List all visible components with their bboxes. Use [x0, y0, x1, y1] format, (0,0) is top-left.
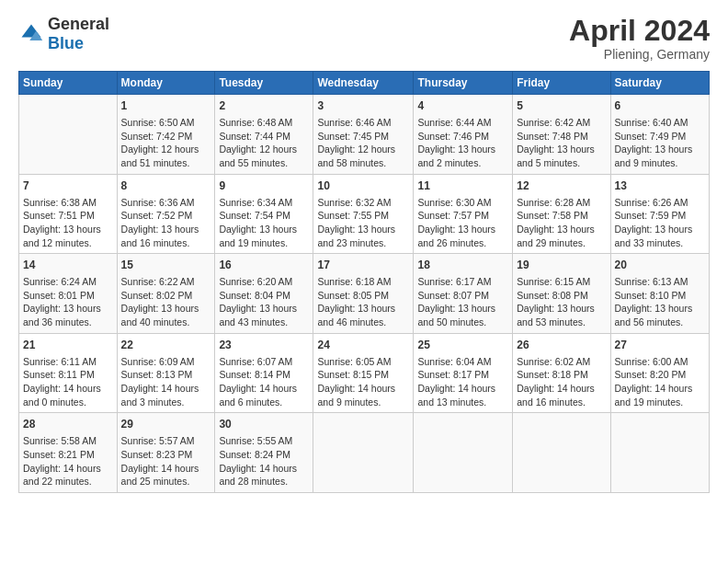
day-info-line: Daylight: 13 hours: [417, 143, 508, 156]
day-info-line: and 43 minutes.: [219, 316, 309, 329]
day-number: 10: [317, 178, 409, 194]
day-info-line: Sunset: 7:55 PM: [317, 209, 409, 223]
day-info-line: Daylight: 13 hours: [23, 302, 113, 316]
day-info-line: Daylight: 13 hours: [121, 302, 211, 316]
day-info-line: Daylight: 14 hours: [23, 462, 113, 476]
day-info-line: Sunrise: 6:38 AM: [23, 196, 113, 210]
day-info-line: and 28 minutes.: [219, 475, 309, 488]
calendar-cell: 9Sunrise: 6:34 AMSunset: 7:54 PMDaylight…: [215, 174, 313, 254]
calendar-cell: 6Sunrise: 6:40 AMSunset: 7:49 PMDaylight…: [610, 95, 709, 175]
day-info-line: Sunrise: 5:57 AM: [121, 434, 211, 448]
day-info-line: Sunset: 8:14 PM: [219, 368, 309, 382]
calendar-cell: 10Sunrise: 6:32 AMSunset: 7:55 PMDayligh…: [313, 174, 414, 254]
calendar-cell: 28Sunrise: 5:58 AMSunset: 8:21 PMDayligh…: [19, 413, 118, 493]
day-info-line: and 25 minutes.: [121, 475, 211, 488]
day-info-line: Sunrise: 6:18 AM: [317, 275, 409, 289]
calendar-cell: 22Sunrise: 6:09 AMSunset: 8:13 PMDayligh…: [117, 333, 215, 413]
calendar-cell: 19Sunrise: 6:15 AMSunset: 8:08 PMDayligh…: [513, 254, 610, 334]
day-info-line: Sunrise: 6:09 AM: [121, 355, 211, 369]
day-info-line: Sunset: 8:01 PM: [23, 289, 113, 303]
calendar-cell: 26Sunrise: 6:02 AMSunset: 8:18 PMDayligh…: [513, 333, 610, 413]
day-number: 30: [219, 417, 309, 432]
day-info-line: Sunset: 8:24 PM: [219, 448, 309, 462]
calendar-cell: [513, 413, 610, 493]
day-info-line: Daylight: 13 hours: [517, 143, 606, 156]
day-info-line: and 9 minutes.: [615, 156, 705, 170]
day-number: 28: [23, 417, 113, 432]
day-info-line: and 12 minutes.: [23, 236, 113, 250]
day-info-line: Sunset: 8:08 PM: [517, 289, 606, 303]
day-info-line: Daylight: 13 hours: [23, 223, 113, 236]
day-info-line: and 0 minutes.: [23, 396, 113, 409]
day-number: 21: [23, 338, 113, 353]
day-info-line: Sunset: 8:17 PM: [417, 368, 508, 382]
day-info-line: Sunrise: 6:40 AM: [615, 116, 705, 130]
page: General Blue April 2024 Pliening, German…: [0, 0, 728, 502]
day-number: 14: [23, 258, 113, 273]
calendar-week-2: 7Sunrise: 6:38 AMSunset: 7:51 PMDaylight…: [19, 174, 710, 254]
calendar-cell: 3Sunrise: 6:46 AMSunset: 7:45 PMDaylight…: [313, 95, 414, 175]
day-info-line: and 56 minutes.: [615, 316, 705, 329]
day-info-line: Sunset: 8:15 PM: [317, 368, 409, 382]
day-info-line: Sunrise: 6:46 AM: [317, 116, 409, 130]
day-number: 26: [517, 338, 606, 353]
day-info-line: and 50 minutes.: [417, 316, 508, 329]
calendar-cell: 27Sunrise: 6:00 AMSunset: 8:20 PMDayligh…: [610, 333, 709, 413]
calendar-week-3: 14Sunrise: 6:24 AMSunset: 8:01 PMDayligh…: [19, 254, 710, 334]
day-info-line: Daylight: 14 hours: [219, 382, 309, 396]
day-number: 12: [517, 178, 606, 194]
day-info-line: Daylight: 14 hours: [317, 382, 409, 396]
day-info-line: and 5 minutes.: [517, 156, 606, 170]
day-info-line: and 13 minutes.: [417, 396, 508, 409]
day-info-line: Sunrise: 6:07 AM: [219, 355, 309, 369]
day-header-wednesday: Wednesday: [313, 72, 414, 95]
day-info-line: Sunset: 8:07 PM: [417, 289, 508, 303]
day-info-line: Daylight: 12 hours: [317, 143, 409, 156]
day-info-line: Sunset: 8:11 PM: [23, 368, 113, 382]
day-info-line: Daylight: 13 hours: [517, 302, 606, 316]
day-info-line: Sunset: 7:49 PM: [615, 130, 705, 144]
calendar-week-1: 1Sunrise: 6:50 AMSunset: 7:42 PMDaylight…: [19, 95, 710, 175]
calendar-week-5: 28Sunrise: 5:58 AMSunset: 8:21 PMDayligh…: [19, 413, 710, 493]
day-number: 7: [23, 178, 113, 194]
calendar-cell: 13Sunrise: 6:26 AMSunset: 7:59 PMDayligh…: [610, 174, 709, 254]
calendar-cell: 1Sunrise: 6:50 AMSunset: 7:42 PMDaylight…: [117, 95, 215, 175]
day-header-monday: Monday: [117, 72, 215, 95]
day-info-line: Sunrise: 6:24 AM: [23, 275, 113, 289]
day-number: 29: [121, 417, 211, 432]
day-info-line: Sunrise: 6:28 AM: [517, 196, 606, 210]
day-info-line: Sunset: 8:13 PM: [121, 368, 211, 382]
day-info-line: Sunset: 8:04 PM: [219, 289, 309, 303]
day-info-line: and 58 minutes.: [317, 156, 409, 170]
day-info-line: Daylight: 14 hours: [417, 382, 508, 396]
calendar-cell: [19, 95, 118, 175]
calendar-cell: 2Sunrise: 6:48 AMSunset: 7:44 PMDaylight…: [215, 95, 313, 175]
calendar-cell: 24Sunrise: 6:05 AMSunset: 8:15 PMDayligh…: [313, 333, 414, 413]
day-info-line: Sunrise: 6:48 AM: [219, 116, 309, 130]
day-info-line: Daylight: 13 hours: [121, 223, 211, 236]
calendar-cell: [414, 413, 513, 493]
calendar-table: SundayMondayTuesdayWednesdayThursdayFrid…: [18, 71, 710, 493]
day-info-line: Sunset: 7:51 PM: [23, 209, 113, 223]
day-info-line: Sunset: 8:23 PM: [121, 448, 211, 462]
day-info-line: Sunset: 7:59 PM: [615, 209, 705, 223]
day-info-line: Sunset: 8:02 PM: [121, 289, 211, 303]
calendar-cell: 4Sunrise: 6:44 AMSunset: 7:46 PMDaylight…: [414, 95, 513, 175]
day-header-sunday: Sunday: [19, 72, 118, 95]
day-info-line: Daylight: 12 hours: [219, 143, 309, 156]
day-info-line: Sunset: 7:44 PM: [219, 130, 309, 144]
day-info-line: Daylight: 14 hours: [121, 382, 211, 396]
day-number: 5: [517, 98, 606, 114]
day-number: 22: [121, 338, 211, 353]
day-info-line: and 36 minutes.: [23, 316, 113, 329]
day-number: 3: [317, 98, 409, 114]
day-info-line: and 19 minutes.: [219, 236, 309, 250]
day-info-line: and 33 minutes.: [615, 236, 705, 250]
calendar-cell: 20Sunrise: 6:13 AMSunset: 8:10 PMDayligh…: [610, 254, 709, 334]
day-info-line: Sunrise: 6:30 AM: [417, 196, 508, 210]
day-info-line: and 51 minutes.: [121, 156, 211, 170]
day-info-line: and 23 minutes.: [317, 236, 409, 250]
day-number: 18: [417, 258, 508, 273]
day-info-line: Daylight: 13 hours: [317, 223, 409, 236]
day-info-line: Daylight: 13 hours: [517, 223, 606, 236]
